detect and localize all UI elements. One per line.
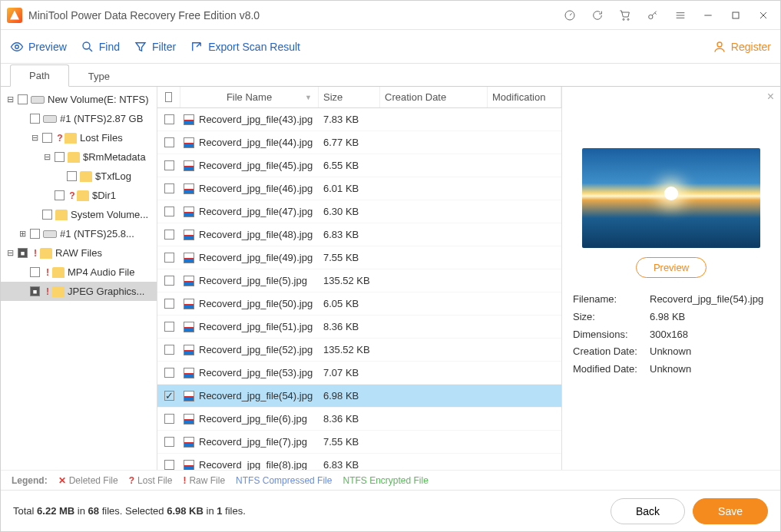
tree-checkbox[interactable]	[30, 267, 40, 277]
row-checkbox[interactable]	[164, 322, 174, 332]
table-row[interactable]: Recoverd_jpg_file(7).jpg7.55 KB	[157, 431, 561, 454]
row-checkbox[interactable]: ✓	[164, 391, 174, 401]
file-name: Recoverd_jpg_file(48).jpg	[197, 229, 319, 240]
tree-node[interactable]: ⊟■!RAW Files	[1, 243, 157, 263]
image-file-icon	[184, 437, 194, 448]
table-row[interactable]: Recoverd_jpg_file(8).jpg6.83 KB	[157, 454, 561, 470]
row-checkbox[interactable]	[164, 114, 174, 124]
col-modification[interactable]: Modification	[488, 87, 561, 107]
file-size: 6.30 KB	[319, 206, 380, 217]
meta-filename-val: Recoverd_jpg_file(54).jpg	[650, 292, 763, 308]
tree-checkbox[interactable]	[55, 190, 65, 200]
close-icon[interactable]	[753, 5, 774, 26]
tree-node[interactable]: $TxfLog	[1, 167, 157, 186]
row-checkbox[interactable]	[164, 137, 174, 147]
tree-node[interactable]: System Volume...	[1, 205, 157, 224]
table-row[interactable]: Recoverd_jpg_file(50).jpg6.05 KB	[157, 292, 561, 316]
table-row[interactable]: Recoverd_jpg_file(47).jpg6.30 KB	[157, 200, 561, 223]
row-checkbox[interactable]	[164, 414, 174, 424]
table-row[interactable]: Recoverd_jpg_file(43).jpg7.83 KB	[157, 108, 561, 131]
tab-path[interactable]: Path	[10, 64, 69, 87]
table-row[interactable]: Recoverd_jpg_file(48).jpg6.83 KB	[157, 223, 561, 246]
save-button[interactable]: Save	[693, 498, 768, 524]
table-row[interactable]: Recoverd_jpg_file(6).jpg8.36 KB	[157, 408, 561, 431]
file-name: Recoverd_jpg_file(47).jpg	[197, 206, 319, 217]
image-file-icon	[184, 368, 194, 378]
file-list[interactable]: Recoverd_jpg_file(43).jpg7.83 KBRecoverd…	[157, 108, 561, 470]
tree-node-label: JPEG Graphics...	[68, 286, 144, 297]
tree-node[interactable]: ?$Dir1	[1, 186, 157, 205]
table-row[interactable]: Recoverd_jpg_file(46).jpg6.01 KB	[157, 177, 561, 200]
file-name: Recoverd_jpg_file(51).jpg	[197, 321, 319, 332]
tree-checkbox[interactable]	[30, 114, 40, 124]
row-checkbox[interactable]	[164, 460, 174, 470]
tree-node[interactable]: !MP4 Audio File	[1, 263, 157, 282]
export-button[interactable]: Export Scan Result	[190, 40, 300, 54]
tree-checkbox[interactable]	[55, 152, 65, 162]
table-row[interactable]: Recoverd_jpg_file(45).jpg6.55 KB	[157, 154, 561, 177]
tree-checkbox[interactable]	[30, 229, 40, 239]
row-checkbox[interactable]	[164, 345, 174, 355]
cart-icon[interactable]	[614, 5, 636, 26]
row-checkbox[interactable]	[164, 183, 174, 193]
row-checkbox[interactable]	[164, 276, 174, 286]
key-icon[interactable]	[642, 5, 664, 26]
table-row[interactable]: ✓Recoverd_jpg_file(54).jpg6.98 KB	[157, 385, 561, 408]
col-filename[interactable]: File Name▼	[180, 87, 319, 107]
row-checkbox[interactable]	[164, 207, 174, 216]
preview-open-button[interactable]: Preview	[636, 257, 707, 278]
table-row[interactable]: Recoverd_jpg_file(52).jpg135.52 KB	[157, 339, 561, 362]
col-size[interactable]: Size	[319, 87, 380, 107]
image-file-icon	[184, 299, 194, 309]
table-row[interactable]: Recoverd_jpg_file(49).jpg7.55 KB	[157, 246, 561, 269]
tree-node[interactable]: ⊟$RmMetadata	[1, 147, 157, 167]
select-all-checkbox[interactable]	[165, 92, 172, 102]
tree-toggle-icon[interactable]: ⊟	[5, 248, 15, 258]
row-checkbox[interactable]	[164, 299, 174, 309]
row-checkbox[interactable]	[164, 368, 174, 378]
tree-checkbox[interactable]	[42, 133, 52, 143]
find-button[interactable]: Find	[81, 40, 120, 54]
table-row[interactable]: Recoverd_jpg_file(5).jpg135.52 KB	[157, 269, 561, 292]
tree-node[interactable]: ⊞#1 (NTFS)25.8...	[1, 224, 157, 243]
tree-toggle-icon[interactable]: ⊞	[18, 229, 27, 239]
menu-icon[interactable]	[670, 5, 691, 26]
preview-label: Preview	[28, 41, 67, 53]
register-button[interactable]: Register	[713, 40, 771, 54]
tree-toggle-icon[interactable]: ⊟	[5, 94, 15, 104]
tab-type[interactable]: Type	[69, 65, 129, 87]
row-checkbox[interactable]	[164, 253, 174, 263]
tree-node[interactable]: ■!JPEG Graphics...	[1, 282, 157, 301]
file-name: Recoverd_jpg_file(44).jpg	[197, 137, 319, 148]
tree-checkbox[interactable]: ■	[18, 248, 28, 258]
preview-button[interactable]: Preview	[10, 40, 67, 54]
close-preview-icon[interactable]: ×	[767, 90, 774, 104]
tree-node[interactable]: ⊟?Lost Files	[1, 128, 157, 147]
back-button[interactable]: Back	[611, 498, 685, 524]
tree-checkbox[interactable]	[42, 210, 52, 220]
minimize-icon[interactable]	[697, 5, 719, 26]
file-size: 6.05 KB	[319, 298, 380, 309]
tree-checkbox[interactable]	[67, 171, 77, 181]
maximize-icon[interactable]	[725, 5, 746, 26]
tree-toggle-icon[interactable]: ⊟	[30, 133, 39, 143]
tree-node[interactable]: ⊟New Volume(E: NTFS)	[1, 90, 157, 109]
table-row[interactable]: Recoverd_jpg_file(51).jpg8.36 KB	[157, 316, 561, 339]
refresh-icon[interactable]	[587, 5, 608, 26]
meta-dim-val: 300x168	[650, 327, 688, 343]
row-checkbox[interactable]	[164, 437, 174, 447]
preview-thumbnail	[582, 148, 760, 248]
col-creation[interactable]: Creation Date	[380, 87, 488, 107]
row-checkbox[interactable]	[164, 230, 174, 240]
filter-button[interactable]: Filter	[134, 40, 176, 54]
table-row[interactable]: Recoverd_jpg_file(44).jpg6.77 KB	[157, 131, 561, 154]
folder-icon	[65, 133, 77, 144]
speed-icon[interactable]	[559, 5, 581, 26]
tree-checkbox[interactable]: ■	[30, 286, 40, 296]
tree-checkbox[interactable]	[18, 94, 28, 104]
tree-node[interactable]: #1 (NTFS)2.87 GB	[1, 109, 157, 128]
folder-tree[interactable]: ⊟New Volume(E: NTFS)#1 (NTFS)2.87 GB⊟?Lo…	[1, 87, 157, 470]
row-checkbox[interactable]	[164, 160, 174, 170]
tree-toggle-icon[interactable]: ⊟	[42, 152, 51, 162]
table-row[interactable]: Recoverd_jpg_file(53).jpg7.07 KB	[157, 362, 561, 385]
